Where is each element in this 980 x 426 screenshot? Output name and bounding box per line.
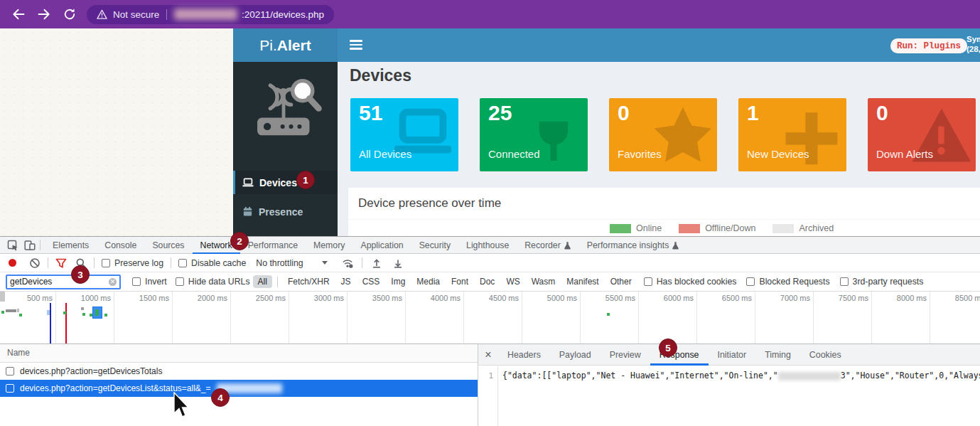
- clear-filter-icon[interactable]: ✕: [109, 278, 117, 286]
- card-favorites[interactable]: 0 Favorites: [609, 98, 717, 171]
- detail-tab-timing[interactable]: Timing: [755, 344, 800, 366]
- annotation-step-3: 3: [71, 265, 90, 284]
- network-toolbar: Preserve log Disable cache No throttling: [0, 254, 980, 272]
- throttling-caret-icon[interactable]: [322, 261, 328, 265]
- blocked-requests-checkbox[interactable]: [746, 277, 755, 286]
- network-overview-timeline[interactable]: 500 ms 1000 ms 1500 ms 2000 ms 2500 ms 3…: [0, 292, 980, 344]
- third-party-requests-checkbox[interactable]: [840, 277, 849, 286]
- hide-data-urls-checkbox[interactable]: [176, 277, 184, 286]
- devtools-tab-performance-insights[interactable]: Performance insights: [579, 237, 688, 254]
- legend-offline[interactable]: Offline/Down: [679, 223, 755, 233]
- devtools-tab-security[interactable]: Security: [411, 237, 458, 254]
- legend-online[interactable]: Online: [610, 223, 662, 233]
- filter-type-font[interactable]: Font: [446, 275, 473, 288]
- redacted-address: [778, 372, 841, 380]
- preserve-log-checkbox[interactable]: [102, 259, 110, 267]
- close-detail-icon[interactable]: ×: [478, 348, 498, 361]
- reload-icon[interactable]: [63, 7, 77, 21]
- card-value: 0: [618, 101, 630, 125]
- name-column-header[interactable]: Name: [0, 344, 478, 363]
- detail-tab-headers[interactable]: Headers: [498, 344, 550, 366]
- filter-type-manifest[interactable]: Manifest: [561, 275, 603, 288]
- device-toolbar-icon[interactable]: [24, 240, 36, 251]
- legend-swatch-online: [610, 224, 631, 233]
- card-all-devices[interactable]: 51 All Devices: [350, 98, 458, 171]
- timeline-tick: 1000 ms: [60, 294, 111, 302]
- filter-type-media[interactable]: Media: [411, 275, 445, 288]
- devtools-tab-application[interactable]: Application: [352, 237, 411, 254]
- record-network-log-button[interactable]: [9, 259, 16, 267]
- app-navbar: Pi.Alert Run: Plugins Sym (28,: [233, 28, 980, 62]
- filter-type-img[interactable]: Img: [386, 275, 410, 288]
- back-icon[interactable]: [11, 7, 26, 21]
- filter-type-ws[interactable]: WS: [501, 275, 524, 288]
- detail-tab-preview[interactable]: Preview: [601, 344, 650, 366]
- devtools-tab-memory[interactable]: Memory: [306, 237, 352, 254]
- request-list: Name devices.php?action=getDevicesTotals…: [0, 344, 478, 426]
- app-logo[interactable]: Pi.Alert: [233, 28, 338, 62]
- selected-request-marker: [92, 307, 102, 319]
- devtools-tab-console[interactable]: Console: [97, 237, 144, 254]
- import-har-icon[interactable]: [371, 257, 382, 269]
- request-detail-pane: × Headers Payload Preview Response Initi…: [478, 344, 980, 426]
- filter-type-js[interactable]: JS: [336, 275, 356, 288]
- calendar-icon: [242, 206, 253, 217]
- request-checkbox[interactable]: [6, 384, 14, 393]
- browser-toolbar: Not secure :20211/devices.php: [0, 0, 980, 28]
- filter-funnel-icon[interactable]: [55, 257, 67, 269]
- timeline-tick: 3500 ms: [351, 294, 402, 302]
- sidebar-item-devices[interactable]: Devices: [233, 171, 338, 194]
- filter-type-css[interactable]: CSS: [357, 275, 385, 288]
- sidebar-item-presence[interactable]: Presence: [233, 200, 338, 223]
- hide-data-urls-label: Hide data URLs: [188, 277, 250, 287]
- devtools-tab-performance[interactable]: Performance: [240, 237, 306, 254]
- filter-type-doc[interactable]: Doc: [475, 275, 500, 288]
- detail-tab-payload[interactable]: Payload: [550, 344, 601, 366]
- filter-type-other[interactable]: Other: [605, 275, 637, 288]
- card-down-alerts[interactable]: 0 Down Alerts: [868, 98, 976, 171]
- timeline-handle[interactable]: [0, 292, 5, 302]
- timeline-tick: 6500 ms: [701, 294, 752, 302]
- filter-input[interactable]: [10, 277, 104, 287]
- line-number: 1: [478, 366, 498, 426]
- card-connected[interactable]: 25 Connected: [480, 98, 588, 171]
- clear-network-log-icon[interactable]: [29, 257, 41, 269]
- devtools-tab-sources[interactable]: Sources: [144, 237, 192, 254]
- timeline-tick: 1500 ms: [118, 294, 169, 302]
- preserve-log-label: Preserve log: [114, 258, 163, 268]
- detail-tab-cookies[interactable]: Cookies: [800, 344, 851, 366]
- waterfall-mark: [19, 314, 22, 316]
- sidebar-toggle-icon[interactable]: [350, 40, 362, 52]
- legend-swatch-offline: [679, 224, 700, 233]
- timeline-tick: 5500 ms: [584, 294, 635, 302]
- forward-icon[interactable]: [37, 7, 51, 21]
- throttling-select[interactable]: No throttling: [256, 258, 303, 268]
- filter-type-all[interactable]: All: [253, 275, 272, 288]
- disable-cache-checkbox[interactable]: [178, 259, 187, 267]
- address-bar[interactable]: Not secure :20211/devices.php: [87, 5, 334, 24]
- request-checkbox[interactable]: [6, 367, 14, 376]
- request-name: devices.php?action=getDevicesTotals: [20, 366, 162, 376]
- brand-pi: Pi.: [259, 37, 277, 54]
- devtools-tab-lighthouse[interactable]: Lighthouse: [458, 237, 517, 254]
- app-sidebar: Devices Presence: [233, 62, 338, 236]
- devtools-tab-elements[interactable]: Elements: [45, 237, 97, 254]
- response-body[interactable]: 1 {"data":[["laptop","Net - Huawei","Int…: [478, 366, 980, 426]
- detail-tab-initiator[interactable]: Initiator: [709, 344, 756, 366]
- timeline-tick: 8500 ms: [934, 294, 980, 302]
- export-har-icon[interactable]: [392, 257, 404, 269]
- network-conditions-icon[interactable]: [342, 257, 353, 269]
- card-new-devices[interactable]: 1 New Devices: [738, 98, 846, 171]
- filter-type-wasm[interactable]: Wasm: [527, 275, 561, 288]
- request-row-getdeviceslist[interactable]: devices.php?action=getDevicesList&status…: [0, 380, 478, 397]
- run-plugins-button[interactable]: Run: Plugins: [890, 38, 967, 53]
- card-value: 1: [747, 101, 759, 125]
- filter-type-fetchxhr[interactable]: Fetch/XHR: [283, 275, 335, 288]
- invert-checkbox[interactable]: [132, 277, 141, 286]
- devtools-tab-recorder[interactable]: Recorder: [517, 237, 579, 254]
- annotation-step-1: 1: [296, 171, 315, 189]
- has-blocked-cookies-checkbox[interactable]: [644, 277, 652, 286]
- request-row-getdevicestotals[interactable]: devices.php?action=getDevicesTotals: [0, 363, 478, 380]
- legend-archived[interactable]: Archived: [772, 223, 834, 233]
- inspect-element-icon[interactable]: [7, 240, 18, 251]
